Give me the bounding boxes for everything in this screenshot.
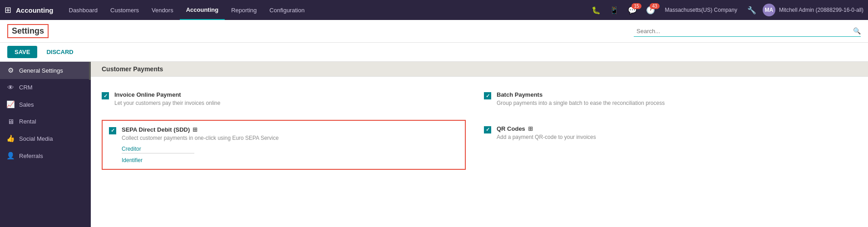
chat-badge: 15 (631, 3, 641, 9)
sidebar-label-crm: CRM (19, 84, 33, 91)
sidebar-item-social-media[interactable]: 👍 Social Media (0, 130, 91, 147)
person-icon: 👤 (6, 152, 15, 160)
nav-configuration[interactable]: Configuration (263, 0, 311, 20)
setting-content-batch: Batch Payments Group payments into a sin… (497, 91, 665, 107)
setting-title-batch: Batch Payments (497, 91, 665, 98)
discard-button[interactable]: DISCARD (42, 46, 78, 58)
grid-icon-sepa: ⊞ (192, 126, 197, 133)
sidebar-item-referrals[interactable]: 👤 Referrals (0, 147, 91, 164)
monitor-icon: 🖥 (6, 118, 15, 125)
setting-sepa-direct-debit: SEPA Direct Debit (SDD) ⊞ Collect custom… (102, 120, 466, 170)
setting-desc-batch: Group payments into a single batch to ea… (497, 99, 665, 107)
action-bar: SAVE DISCARD (0, 43, 868, 62)
sidebar-item-crm[interactable]: 👁 CRM (0, 79, 91, 96)
gear-icon: ⚙ (6, 66, 15, 74)
sepa-creditor-label[interactable]: Creditor (122, 146, 141, 152)
main-layout: ⚙ General Settings 👁 CRM 📈 Sales 🖥 Renta… (0, 62, 868, 227)
sidebar-item-sales[interactable]: 📈 Sales (0, 96, 91, 113)
avatar: MA (763, 4, 775, 16)
search-bar: 🔍 (634, 26, 861, 37)
sidebar-label-general-settings: General Settings (19, 67, 63, 74)
checkbox-sepa[interactable] (109, 127, 116, 134)
setting-desc-invoice: Let your customers pay their invoices on… (114, 99, 220, 107)
sepa-creditor-field: Creditor (122, 145, 279, 152)
sidebar: ⚙ General Settings 👁 CRM 📈 Sales 🖥 Renta… (0, 62, 91, 227)
sepa-identifier-label[interactable]: Identifier (122, 157, 143, 163)
nav-vendors[interactable]: Vendors (145, 0, 180, 20)
thumbsup-icon: 👍 (6, 134, 15, 143)
chart-icon: 📈 (6, 100, 15, 109)
content-area: Customer Payments Invoice Online Payment (91, 62, 868, 179)
nav-reporting[interactable]: Reporting (225, 0, 263, 20)
top-navigation: ⊞ Accounting Dashboard Customers Vendors… (0, 0, 868, 20)
setting-content-invoice: Invoice Online Payment Let your customer… (114, 91, 220, 107)
section-header-customer-payments: Customer Payments (91, 62, 868, 77)
section-title: Customer Payments (102, 65, 163, 73)
setting-title-invoice: Invoice Online Payment (114, 91, 220, 98)
sepa-identifier-field: Identifier (122, 156, 279, 163)
setting-title-qr: QR Codes ⊞ (497, 125, 596, 132)
setting-qr-codes: QR Codes ⊞ Add a payment QR-code to your… (484, 120, 857, 147)
setting-desc-sepa: Collect customer payments in one-click u… (122, 134, 279, 142)
sidebar-label-rental: Rental (19, 118, 36, 125)
setting-desc-qr: Add a payment QR-code to your invoices (497, 133, 596, 141)
setting-content-sepa: SEPA Direct Debit (SDD) ⊞ Collect custom… (122, 126, 279, 163)
checkbox-qr-codes[interactable] (484, 126, 491, 133)
nav-customers[interactable]: Customers (104, 0, 145, 20)
nav-accounting[interactable]: Accounting (180, 0, 225, 20)
content-wrapper: Customer Payments Invoice Online Payment (91, 62, 868, 227)
search-input[interactable] (634, 26, 853, 36)
clock-badge: 43 (650, 3, 659, 9)
sidebar-item-rental[interactable]: 🖥 Rental (0, 113, 91, 130)
app-grid-icon[interactable]: ⊞ (5, 5, 11, 15)
setting-content-qr: QR Codes ⊞ Add a payment QR-code to your… (497, 125, 596, 141)
user-name: Mitchell Admin (20888299-16-0-all) (779, 7, 863, 13)
save-button[interactable]: SAVE (7, 46, 37, 58)
grid-icon-qr: ⊞ (528, 125, 533, 132)
top-nav-right: 🐛 📱 💬 15 🕐 43 Massachusetts(US) Company … (589, 4, 863, 16)
eye-icon: 👁 (6, 84, 15, 91)
wrench-icon[interactable]: 🔧 (745, 4, 759, 16)
sidebar-item-general-settings[interactable]: ⚙ General Settings (0, 62, 91, 79)
nav-dashboard[interactable]: Dashboard (63, 0, 104, 20)
setting-batch-payments: Batch Payments Group payments into a sin… (484, 86, 857, 113)
checkbox-invoice-online-payment[interactable] (102, 92, 109, 99)
company-name: Massachusetts(US) Company (665, 7, 737, 13)
sidebar-label-social-media: Social Media (19, 135, 53, 142)
subheader: Settings 🔍 (0, 20, 868, 43)
setting-invoice-online-payment: Invoice Online Payment Let your customer… (102, 86, 466, 113)
app-name: Accounting (16, 6, 54, 14)
search-icon: 🔍 (853, 27, 861, 35)
page-title: Settings (7, 24, 49, 38)
chat-icon[interactable]: 💬 15 (625, 4, 640, 16)
setting-title-sepa: SEPA Direct Debit (SDD) ⊞ (122, 126, 279, 133)
clock-icon[interactable]: 🕐 43 (643, 4, 658, 16)
sidebar-label-sales: Sales (19, 101, 34, 108)
checkbox-batch-payments[interactable] (484, 92, 491, 99)
phone-icon[interactable]: 📱 (607, 4, 621, 16)
bug-icon[interactable]: 🐛 (589, 4, 603, 16)
sidebar-label-referrals: Referrals (19, 153, 43, 159)
